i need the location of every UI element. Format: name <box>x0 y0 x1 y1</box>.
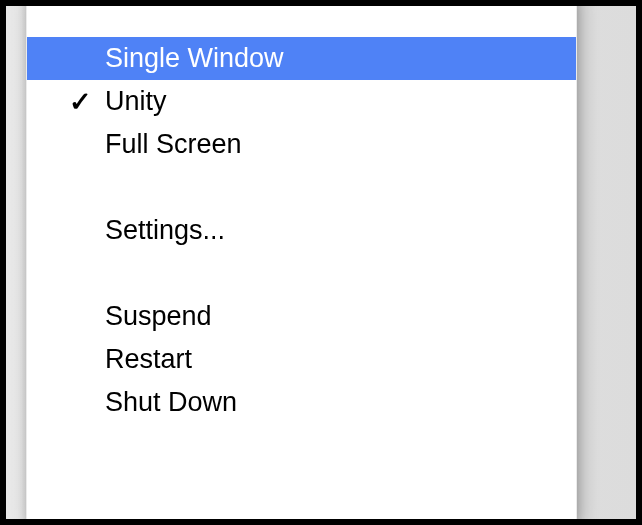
menu-item-label: Suspend <box>63 301 212 332</box>
checkmark-icon: ✓ <box>65 86 95 118</box>
menu-item-restart[interactable]: Restart <box>27 338 576 381</box>
menu-item-label: Single Window <box>63 43 284 74</box>
menu-item-single-window[interactable]: Single Window <box>27 37 576 80</box>
context-menu: Single Window ✓ Unity Full Screen Settin… <box>26 6 577 519</box>
menu-separator <box>27 166 576 209</box>
menu-item-unity[interactable]: ✓ Unity <box>27 80 576 123</box>
menu-item-full-screen[interactable]: Full Screen <box>27 123 576 166</box>
menu-separator <box>27 252 576 295</box>
window-frame: Single Window ✓ Unity Full Screen Settin… <box>6 6 636 519</box>
menu-item-shut-down[interactable]: Shut Down <box>27 381 576 424</box>
menu-item-settings[interactable]: Settings... <box>27 209 576 252</box>
menu-item-label: Full Screen <box>63 129 242 160</box>
menu-item-label: Restart <box>63 344 192 375</box>
menu-item-label: Settings... <box>63 215 225 246</box>
menu-item-suspend[interactable]: Suspend <box>27 295 576 338</box>
menu-item-label: Shut Down <box>63 387 237 418</box>
